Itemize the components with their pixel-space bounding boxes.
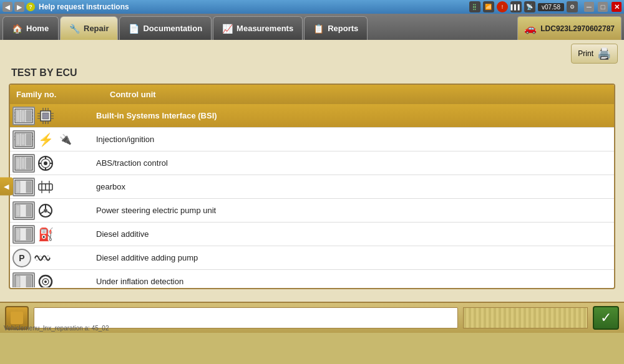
svg-point-70 xyxy=(44,280,47,283)
svg-rect-67 xyxy=(26,276,31,287)
table-row[interactable]: Power steering electric pump unit xyxy=(10,199,614,223)
svg-rect-26 xyxy=(21,134,25,145)
network-icon: ⣿ xyxy=(469,1,480,12)
table-row[interactable]: ⛽ Diesel additive xyxy=(10,223,614,246)
tab-measurements-label: Measurements xyxy=(236,24,293,33)
window-controls-left: ◀ ▶ ? xyxy=(2,2,35,12)
steering-icon xyxy=(36,201,55,220)
tire-icon xyxy=(36,272,55,288)
row-label-2: Injection/ignition xyxy=(91,132,614,146)
svg-line-61 xyxy=(47,211,51,214)
svg-rect-34 xyxy=(21,158,25,169)
documentation-icon: 📄 xyxy=(129,24,139,34)
abs-icon xyxy=(36,154,55,173)
home-icon: 🏠 xyxy=(12,24,22,34)
table-row[interactable]: gearbox xyxy=(10,175,614,199)
svg-rect-63 xyxy=(16,229,20,240)
tab-home-label: Home xyxy=(26,24,49,33)
svg-rect-56 xyxy=(26,205,31,216)
forward-button[interactable]: ▶ xyxy=(14,2,24,12)
car-icon: 🚗 xyxy=(524,22,537,34)
svg-rect-25 xyxy=(16,134,20,145)
status-icons: ⣿ 📶 ! ▌▌▌ 📡 v07.58 ⚙ xyxy=(469,1,578,12)
close-button[interactable]: ✕ xyxy=(612,2,622,12)
signal-icon: 📶 xyxy=(483,1,494,12)
svg-rect-11 xyxy=(42,113,49,119)
wifi-icon: 📡 xyxy=(524,1,535,12)
row-icons xyxy=(10,105,91,127)
row-label-1: Built-in Systems Interface (BSI) xyxy=(91,108,614,123)
ok-button[interactable]: ✓ xyxy=(593,306,619,330)
svg-rect-45 xyxy=(26,181,31,193)
ecu-board-icon xyxy=(12,107,35,125)
version-badge: v07.58 xyxy=(538,3,564,11)
table-row[interactable]: Under inflation detection xyxy=(10,270,614,287)
table-row[interactable]: ⚡ 🔌 Injection/ignition xyxy=(10,128,614,151)
plug-icon: 🔌 xyxy=(56,130,75,149)
row-label-4: gearbox xyxy=(91,180,614,194)
measurements-icon: 📈 xyxy=(222,24,233,34)
window-title: Help request instructions xyxy=(39,2,466,11)
row-label-6: Diesel additive xyxy=(91,227,614,241)
row-icons: ⚡ 🔌 xyxy=(10,129,91,150)
gearbox-icon xyxy=(36,178,55,196)
reports-icon: 📋 xyxy=(313,24,324,34)
minimize-button[interactable]: ─ xyxy=(584,2,594,12)
svg-rect-1 xyxy=(16,110,20,122)
ignition-icon: ⚡ xyxy=(36,130,55,149)
ok-icon: ✓ xyxy=(600,310,612,326)
ecu-board-icon xyxy=(12,201,35,220)
svg-rect-77 xyxy=(11,312,23,324)
tab-documentation[interactable]: 📄 Documentation xyxy=(119,16,212,40)
main-content: ◀ Print 🖨️ TEST BY ECU Family no. Contro… xyxy=(0,40,624,333)
tab-measurements[interactable]: 📈 Measurements xyxy=(213,16,303,40)
battery-icon: ▌▌▌ xyxy=(510,1,522,12)
vehicle-id: 🚗 LDC923L2970602787 xyxy=(517,16,622,40)
svg-point-58 xyxy=(44,209,47,213)
row-label-3: ABS/traction control xyxy=(91,156,614,170)
row-icons xyxy=(10,153,91,174)
coil-icon xyxy=(32,249,51,267)
table-row[interactable]: Built-in Systems Interface (BSI) xyxy=(10,104,614,128)
svg-rect-3 xyxy=(26,110,31,122)
tab-documentation-label: Documentation xyxy=(143,24,202,33)
ecu-board-icon xyxy=(12,154,35,173)
svg-rect-33 xyxy=(16,158,20,169)
navbar: 🏠 Home 🔧 Repair 📄 Documentation 📈 Measur… xyxy=(0,14,624,40)
ecu-board-icon xyxy=(12,272,35,288)
row-label-7: Diesel additive adding pump xyxy=(91,251,614,265)
maximize-button[interactable]: □ xyxy=(598,2,608,12)
row-label-5: Power steering electric pump unit xyxy=(91,203,614,218)
settings-icon[interactable]: ⚙ xyxy=(567,1,578,12)
side-tab[interactable]: ◀ xyxy=(0,178,13,196)
table-row[interactable]: P Diesel additive adding pump xyxy=(10,246,614,270)
row-icons xyxy=(10,271,91,288)
svg-rect-44 xyxy=(16,181,20,193)
help-icon[interactable]: ? xyxy=(26,2,35,11)
header-control: Control unit xyxy=(110,90,608,99)
status-text: Vehiclemenu_Inx_reparation a: 45_02 xyxy=(4,325,109,332)
ecu-board-icon xyxy=(12,225,35,244)
print-button[interactable]: Print 🖨️ xyxy=(571,44,618,64)
ecu-board-icon xyxy=(12,130,35,149)
tab-home[interactable]: 🏠 Home xyxy=(2,16,59,40)
svg-rect-64 xyxy=(26,229,31,240)
tab-repair-label: Repair xyxy=(84,24,109,33)
ecu-table: Family no. Control unit xyxy=(9,84,615,289)
print-label: Print xyxy=(578,49,593,58)
row-icons xyxy=(10,200,91,221)
print-icon: 🖨️ xyxy=(597,47,611,60)
table-row[interactable]: ABS/traction control xyxy=(10,151,614,175)
svg-rect-27 xyxy=(26,134,31,145)
back-button[interactable]: ◀ xyxy=(2,2,12,12)
page-title: TEST BY ECU xyxy=(9,67,615,79)
parking-icon: P xyxy=(12,249,31,267)
row-icons xyxy=(10,176,91,198)
tab-repair[interactable]: 🔧 Repair xyxy=(60,16,118,40)
tab-reports[interactable]: 📋 Reports xyxy=(304,16,368,40)
table-header: Family no. Control unit xyxy=(10,85,614,104)
svg-rect-35 xyxy=(26,158,31,169)
header-family: Family no. xyxy=(16,90,104,99)
ecu-chip-icon xyxy=(36,107,55,125)
print-bar: Print 🖨️ xyxy=(0,40,624,67)
